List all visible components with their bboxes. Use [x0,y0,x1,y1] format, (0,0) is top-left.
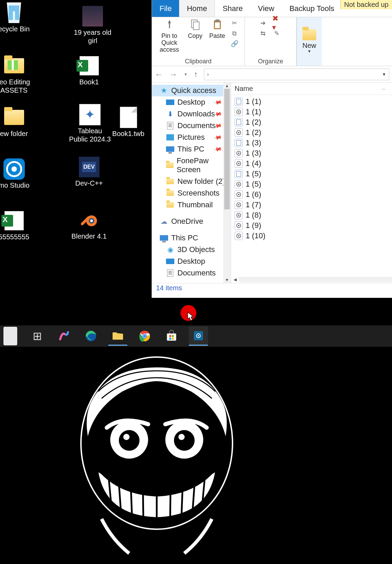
pin-icon: 📌 [213,144,222,154]
scroll-up-icon[interactable]: ▲ [223,83,231,89]
desktop-icon-tableau[interactable]: ✦ Tableau Public 2024.3 [68,104,112,143]
tab-home[interactable]: Home [179,0,215,17]
taskbar-edge-button[interactable] [81,326,101,346]
nav-onedrive[interactable]: ☁OneDrive [152,216,231,227]
file-name: 1 (5) [246,180,261,189]
nav-thumbnail[interactable]: Thumbnail [152,199,231,211]
svg-point-27 [119,430,140,451]
move-to-button[interactable]: ➔ [258,19,268,28]
pin-to-quick-access-button[interactable]: Pin to Quick access [156,19,183,53]
pin-icon: 📌 [213,97,222,107]
tab-backup-tools[interactable]: Backup Tools [282,0,342,17]
scroll-left-icon[interactable]: ◀ [231,277,239,282]
nav-documents[interactable]: Documents📌 [152,120,231,132]
file-name: 1 (2) [246,128,261,137]
nav-fonepaw[interactable]: FonePaw Screen [152,155,231,176]
taskbar: ⊞ [0,325,392,347]
nav-pictures[interactable]: Pictures📌 [152,132,231,143]
nav-3d-objects[interactable]: ◉3D Objects [152,244,231,255]
tab-file[interactable]: File [152,0,179,17]
desktop-icon-devcpp[interactable]: DEV Dev-C++ [71,156,107,187]
taskbar-start-button[interactable] [1,326,20,346]
file-name: 1 (3) [246,149,261,158]
desktop-icon-blender[interactable]: Blender 4.1 [71,209,107,240]
paste-icon [211,19,224,31]
document-file-icon [235,97,243,106]
desktop-icon-book1[interactable]: X Book1 [71,55,107,86]
file-row[interactable]: 1 (4) [231,158,392,169]
nav-this-pc-pinned[interactable]: This PC📌 [152,143,231,155]
desktop-icon-camo[interactable]: mo Studio [0,158,32,189]
nav-history-button[interactable]: ▼ [184,72,188,77]
desktop-icon-avatar[interactable]: 19 years old girl [70,6,115,45]
column-header-name[interactable]: Name ︿ [231,83,392,95]
nav-desktop[interactable]: Desktop📌 [152,96,231,108]
file-row[interactable]: 1 (9) [231,220,392,231]
folder-icon [111,329,124,342]
tab-share[interactable]: Share [215,0,250,17]
file-row[interactable]: 1 (5) [231,179,392,189]
nav-downloads[interactable]: ⬇Downloads📌 [152,108,231,120]
desktop-icon-excel2[interactable]: X 55555555 [0,210,32,241]
scroll-down-icon[interactable]: ▼ [223,277,231,283]
file-row[interactable]: 1 (2) [231,117,392,127]
file-row[interactable]: 1 (6) [231,189,392,200]
cut-button[interactable]: ✂ [229,19,240,28]
copy-button[interactable]: Copy [185,19,205,39]
breadcrumb-chevron-icon[interactable]: › [207,71,209,77]
file-row[interactable]: 1 (5) [231,169,392,179]
chevron-down-icon[interactable]: ▼ [382,72,386,77]
taskbar-chrome-button[interactable] [135,326,154,346]
nav-documents-2[interactable]: Documents [152,267,231,279]
file-row[interactable]: 1 (1) [231,107,392,117]
taskbar-file-explorer-button[interactable] [108,326,127,346]
recycle-bin-icon [5,2,23,23]
nav-up-button[interactable]: ↑ [194,70,198,79]
store-icon [165,330,178,343]
nav-screenshots[interactable]: Screenshots [152,187,231,199]
file-name: 1 (5) [246,169,261,178]
folder-icon [166,202,174,208]
desktop-icon-new-folder[interactable]: ew folder [0,107,32,138]
taskbar-copilot-button[interactable] [54,326,74,346]
avatar-icon [82,6,103,27]
desktop-icon-book1-twb[interactable]: Book1.twb [110,107,146,138]
nav-quick-access[interactable]: ★Quick access [152,85,231,96]
not-backed-up-badge[interactable]: Not backed up [340,0,392,9]
file-row[interactable]: 1 (2) [231,127,392,138]
file-name: 1 (6) [246,190,261,199]
delete-button[interactable]: ✖ ▾ [272,19,282,28]
taskbar-task-view-button[interactable]: ⊞ [28,326,47,346]
trollface-drawing-icon [67,347,246,557]
new-button[interactable]: New ▼ [297,17,322,66]
nav-back-button[interactable]: ← [155,70,163,79]
rename-button[interactable]: ✎ [272,29,282,38]
desktop-icon-recycle-bin[interactable]: ecycle Bin [0,2,32,33]
pin-icon [163,19,176,31]
file-row[interactable]: 1 (1) [231,96,392,107]
taskbar-ms-store-button[interactable] [162,326,181,346]
icon-label: Book1 [71,78,107,86]
taskbar-settings-button[interactable] [189,326,208,346]
file-row[interactable]: 1 (8) [231,210,392,220]
copy-path-button[interactable]: ⧉ [229,29,240,38]
nav-desktop-2[interactable]: Desktop [152,255,231,267]
nav-scrollbar[interactable]: ▲ ▼ [223,83,231,283]
copy-to-button[interactable]: ⇆ [258,29,268,38]
file-row[interactable]: 1 (10) [231,231,392,241]
nav-new-folder-2[interactable]: New folder (2) [152,176,231,187]
nav-this-pc[interactable]: This PC [152,232,231,244]
horizontal-scrollbar[interactable]: ◀ [231,276,392,283]
document-file-icon [235,118,243,126]
nav-forward-button[interactable]: → [169,70,177,79]
desktop-icon-video-assets[interactable]: leo Editing ASSETS [0,55,32,94]
file-row[interactable]: 1 (3) [231,138,392,148]
svg-rect-7 [193,22,199,30]
paste-shortcut-button[interactable]: 🔗 [229,39,240,48]
file-row[interactable]: 1 (3) [231,148,392,158]
edge-icon [84,330,97,343]
paste-button[interactable]: Paste [207,19,227,39]
address-bar[interactable]: › ▼ [204,69,389,80]
scroll-thumb[interactable] [224,89,230,209]
file-row[interactable]: 1 (7) [231,200,392,210]
